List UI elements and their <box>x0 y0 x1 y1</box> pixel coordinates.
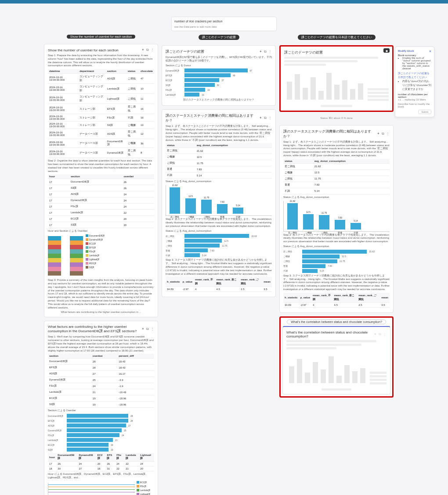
skeleton-line <box>286 340 376 342</box>
factors-chart-title: Section による Osenbei <box>48 409 154 412</box>
sparkle-icon[interactable]: ✦ <box>141 327 145 331</box>
line-legend: EC2課FSx課Lambda課Lightsail課 <box>137 481 154 495</box>
donuts-title: 課ごとのドーナツの総嘗 <box>166 49 204 54</box>
panel-desc[interactable]: Describe how to modify the block <box>398 103 431 108</box>
line-title: Hour による DocumentDB課、DynamoDB課、EC2課、EFS課… <box>48 473 154 480</box>
col1-tag: Show the number of osenbei for each sect… <box>67 35 135 39</box>
more-icon[interactable]: ⋮ <box>268 116 272 120</box>
more-icon[interactable]: ⋮ <box>386 132 390 136</box>
skeleton-line <box>286 344 361 346</box>
status-chart2-title: Status による Avg_donut_consumption <box>166 230 272 233</box>
sparkle-icon[interactable]: ✦ <box>377 132 380 136</box>
panel-hint: 課ごとのドーナツの総嘗を日本語で教えてください <box>398 72 431 79</box>
copy-icon[interactable]: ⧉ <box>264 50 267 54</box>
input-card: number of rice crackers per section use … <box>171 17 277 31</box>
card-donuts-jp: 課ごとのドーナツの総嘗 ✦⧉⋮ DynamoDB課が67個で最も多くのドーナツを… <box>162 45 276 106</box>
status-step3: Step 3: ステータス間でドーナツ消費量に統計的に有意な差があるかどうかを分… <box>166 258 272 276</box>
status-step1: Step 1: まず、各ステータスごとのドーナツの平均消費量を計算します。 St… <box>166 125 272 142</box>
skeleton-chart <box>286 351 368 386</box>
skeleton-chart <box>284 67 366 102</box>
panel-bullet: Display the sum of "donut" column groupe… <box>402 57 431 70</box>
donuts-chart: DynamoDB課67EFS課49EC2課37S3課32FSx課22Lambda… <box>166 68 272 97</box>
card-status-left: 課のステータスとスナック消費量の間に相関はありますか？ ✦⧉⋮ Step 1: … <box>162 109 276 297</box>
donuts-intro: DynamoDB課が67個で最も多くのドーナツを消費し、EFS課が49個で続いて… <box>166 56 272 63</box>
status-title: 課のステータスとスナック消費量の間に相関はありますか？ <box>166 113 259 123</box>
status-r-step1: Step 1: まず、各ステータスごとのドーナツの平均消費量を計算します。 St… <box>283 140 390 158</box>
col3-tag: 課ごとのドーナツの総嘗を日本語で教えてください <box>298 35 376 40</box>
status-r-title: 課のステータスとスナック消費量の間に相関はありますか？ <box>283 129 377 139</box>
table2: hoursectionosenbei 17DocumentDB課2617S3課2… <box>48 174 154 228</box>
skeleton-legend <box>370 370 387 386</box>
status-r-hbar-chart: 若こ満悦21.62ご機嫌12.5ご満悦11.75普通7.83不調5.14 <box>283 250 390 273</box>
panel-bullet2: 内容を"donut"列の代わりに計算を"chocolate"列に変更できますか <box>402 79 431 91</box>
donuts-footer[interactable]: 部のステータスとスナック消費量の間に相関はありますか？ <box>166 98 272 102</box>
more-icon[interactable]: ⋮ <box>151 48 154 52</box>
legend: DocumentDB課DynamoDB課EC2課EFS課FSx課Lambda課L… <box>86 234 105 277</box>
line-chart <box>48 483 135 495</box>
step2-text: Step 2: Organize the data to show osenbe… <box>48 159 154 173</box>
copy-icon[interactable]: ⧉ <box>264 116 267 120</box>
panel-title: Modify block <box>398 50 414 53</box>
input-hint[interactable]: use the Data pane to add more data <box>174 25 274 28</box>
status-text: Status ⌘C about ８% done <box>279 117 394 120</box>
sparkle-icon: ✦ <box>374 332 377 337</box>
step1-text: Step 1: Prepare the data by extracting t… <box>48 54 154 68</box>
status-r-vbar-chart: 21.62若こ満悦12.5ご機嫌11.75ご満悦7.83普通5.14不調 <box>283 201 390 232</box>
skeleton-legend <box>368 87 389 102</box>
status-r-chart1-title: Status による Avg_donut_consumption <box>283 196 390 199</box>
card-choc: What's the correlation between status an… <box>282 326 390 395</box>
factors-table2: hourDocumentDB課DynamoDB課EC2課EFS課FSx課Lamb… <box>48 453 154 471</box>
card-osenbei: Show the number of osenbei for each sect… <box>44 44 158 317</box>
factors-bar-chart: DocumentDB課28EFS課28ADS課27DynamoDB課25FSx課… <box>48 414 154 452</box>
copy-icon: ⧉ <box>379 332 381 337</box>
top-bar <box>0 0 448 4</box>
card-donuts-highlighted: ◼ 課ごとのドーナツの総嘗 Modify block✕ Block summar… <box>279 45 394 112</box>
skeleton-line <box>284 60 358 62</box>
copy-icon[interactable]: ⧉ <box>146 327 149 331</box>
close-icon[interactable]: ✕ <box>429 50 431 53</box>
status-r-step2: Step 2: 各ステータスのドーナツ平均消費量を棒グラフで視覚化します。 Th… <box>283 233 390 244</box>
more-icon[interactable]: ⋮ <box>151 327 154 331</box>
hl-title: 課ごとのドーナツの総嘗 <box>284 50 323 55</box>
card-osenbei-title: Show the number of osenbei for each sect… <box>48 48 119 52</box>
status-step2: Step 2: 各ステータスのドーナツ平均消費量を棒グラフで視覚化します。 Th… <box>166 218 272 228</box>
status-r-step3: Step 3: ステータス間でドーナツ消費量に統計的に有意な差があるかどうかを分… <box>283 274 390 291</box>
chart1-title: Hour and Section による Osenbei <box>48 230 154 233</box>
table1: datetimedepartmentsectionstatuschocolate… <box>48 69 154 158</box>
copy-icon[interactable]: ⧉ <box>146 48 149 52</box>
factors-table: sectionosenbeipercent_diff DocumentDB課28… <box>48 354 154 408</box>
status-vbar-chart: 21.62若こ満悦12.5ご機嫌11.75ご満悦7.83普通5.14不調 <box>166 185 272 216</box>
status-r-table: statusavg_donut_consumption 若こ満悦21.62ご機嫌… <box>283 159 390 194</box>
col2-tag: 課ごとのドーナツの総嘗 <box>199 35 239 40</box>
stats-r-table: h_statisticp_valuemean_rank_不調mean_rank_… <box>283 293 390 308</box>
copy-icon[interactable]: ⧉ <box>382 132 384 136</box>
skeleton-line <box>286 347 336 349</box>
card-status-right: 課のステータスとスナック消費量の間に相関はありますか？ ✦⧉⋮ Step 1: … <box>279 125 394 313</box>
choc-tag: What's the correlation between status an… <box>287 319 386 324</box>
stop-icon[interactable]: ◼ <box>383 48 390 53</box>
panel-sub: +1 ... replacing 16 filters <box>398 98 431 101</box>
card-choc-highlighted-wrap: What's the correlation between status an… <box>279 316 394 398</box>
skeleton-line <box>321 105 352 107</box>
step3-text: Step 3: Provide a summary of the main in… <box>48 279 154 309</box>
skeleton-line <box>284 64 326 66</box>
sparkle-icon[interactable]: ✦ <box>259 50 262 54</box>
status-r-chart2-title: Status による Avg_donut_consumption <box>283 245 390 248</box>
status-chart1-title: Status による Avg_donut_consumption <box>166 180 272 183</box>
stats-table: h_statisticp_valuemean_rank_不調mean_rank_… <box>166 277 272 292</box>
card-factors: What factors are contributing to the hig… <box>44 321 158 495</box>
footer-prompt[interactable]: What factors are contributing to the hig… <box>48 311 154 313</box>
panel-field-label: number of chocolates per section <box>398 93 431 98</box>
sparkle-icon[interactable]: ✦ <box>141 48 145 52</box>
donuts-chart-title: Section による Donut <box>166 64 272 68</box>
card-factors-title: What factors are contributing to the hig… <box>48 325 141 334</box>
status-hbar-chart: 若こ満悦21.62ご機嫌12.5ご満悦11.75普通7.83不調5.14 <box>166 234 272 257</box>
more-icon: ⋮ <box>383 332 387 337</box>
status-table: statusavg_donut_consumption 若こ満悦21.62ご機嫌… <box>166 143 272 179</box>
stacked-chart <box>48 236 83 276</box>
sparkle-icon[interactable]: ✦ <box>259 116 262 120</box>
more-icon[interactable]: ⋮ <box>268 50 272 54</box>
skeleton-line <box>322 388 351 391</box>
input-title: number of rice crackers per section <box>174 20 274 23</box>
submit-button[interactable]: Submit <box>418 110 431 114</box>
